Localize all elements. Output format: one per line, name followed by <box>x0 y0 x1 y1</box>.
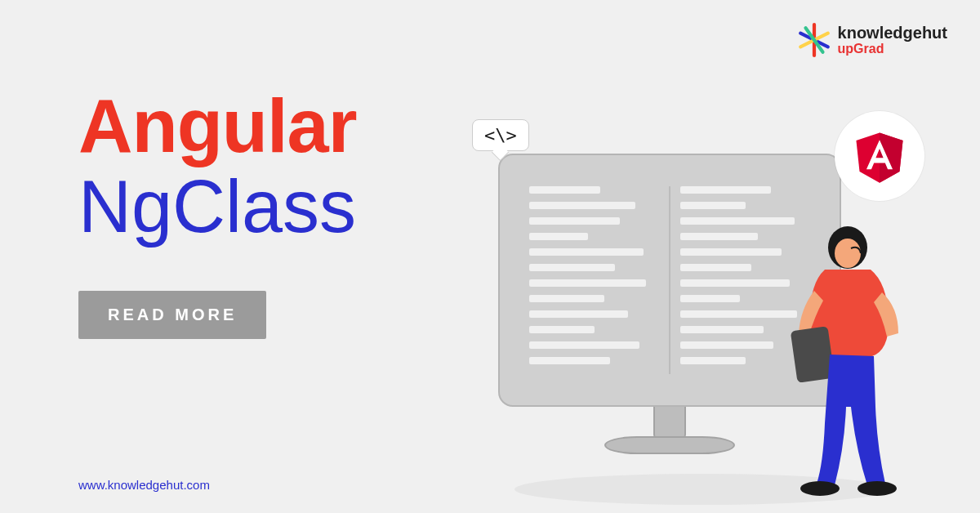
headline: Angular NgClass <box>78 88 357 246</box>
headline-secondary: NgClass <box>78 168 357 246</box>
footer-url: www.knowledgehut.com <box>78 478 210 492</box>
svg-rect-4 <box>791 326 835 383</box>
svg-marker-1 <box>880 132 903 182</box>
monitor-stand <box>637 405 702 454</box>
angular-badge <box>835 111 924 201</box>
code-bubble: <\> <box>472 119 529 151</box>
illustration: <\> <box>474 105 931 513</box>
read-more-button[interactable]: READ MORE <box>78 291 266 339</box>
headline-primary: Angular <box>78 88 357 163</box>
svg-point-3 <box>835 239 861 268</box>
person-illustration <box>776 219 915 497</box>
logo-star-icon <box>797 23 831 57</box>
svg-point-5 <box>800 481 840 496</box>
logo-name: knowledgehut <box>838 24 947 42</box>
logo-sub: upGrad <box>838 42 947 56</box>
svg-point-6 <box>858 481 897 496</box>
angular-logo-icon <box>852 127 907 185</box>
brand-logo: knowledgehut upGrad <box>797 23 947 57</box>
